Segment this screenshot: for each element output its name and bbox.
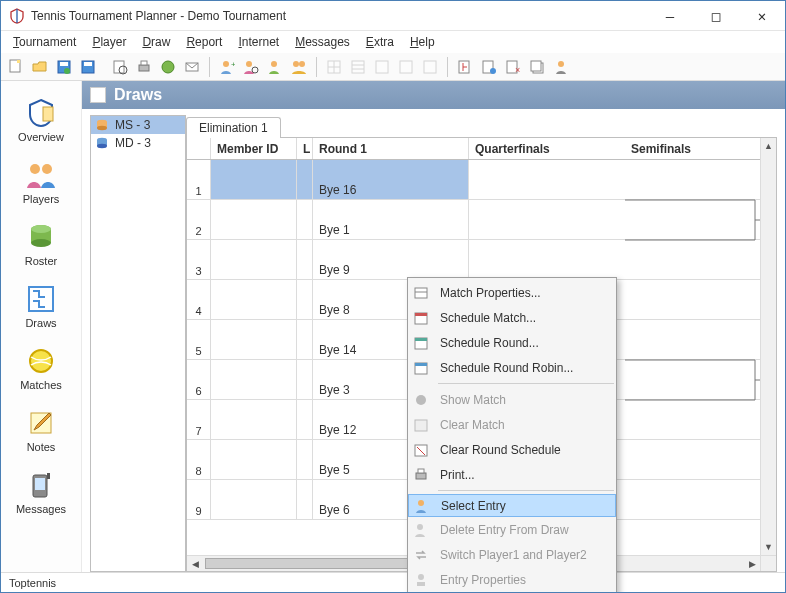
context-menu-item[interactable]: Schedule Match... xyxy=(408,305,616,330)
sidebar-item-players[interactable]: Players xyxy=(9,155,73,209)
tb-grid2-icon[interactable] xyxy=(347,56,369,78)
context-menu-item[interactable]: Schedule Round... xyxy=(408,330,616,355)
context-menu-item[interactable]: Schedule Round Robin... xyxy=(408,355,616,380)
menu-extra[interactable]: Extra xyxy=(360,33,400,51)
tb-draw-dup-icon[interactable] xyxy=(526,56,548,78)
menu-messages[interactable]: Messages xyxy=(289,33,356,51)
cell-round1[interactable]: Bye 9 xyxy=(313,240,469,279)
sidebar-item-overview[interactable]: Overview xyxy=(9,93,73,147)
scroll-left-icon[interactable]: ◀ xyxy=(187,556,203,571)
col-semifinals[interactable]: Semifinals xyxy=(625,138,760,159)
tb-draw-player-icon[interactable] xyxy=(550,56,572,78)
cell-member-id[interactable] xyxy=(211,160,297,199)
cell-l[interactable] xyxy=(297,200,313,239)
cell-semifinals[interactable] xyxy=(625,440,776,479)
cell-member-id[interactable] xyxy=(211,480,297,519)
tb-draw-new-icon[interactable] xyxy=(454,56,476,78)
scroll-right-icon[interactable]: ▶ xyxy=(744,556,760,571)
cell-quarterfinals[interactable] xyxy=(469,200,625,239)
vertical-scrollbar[interactable]: ▲ ▼ xyxy=(760,138,776,555)
tb-player-list-icon[interactable] xyxy=(288,56,310,78)
menu-tournament[interactable]: Tournament xyxy=(7,33,82,51)
tb-player-props-icon[interactable] xyxy=(264,56,286,78)
minimize-button[interactable]: – xyxy=(647,1,693,31)
sidebar-label: Draws xyxy=(25,317,56,329)
tb-send-icon[interactable] xyxy=(181,56,203,78)
sidebar-item-messages[interactable]: Messages xyxy=(9,465,73,519)
tb-backup-icon[interactable] xyxy=(77,56,99,78)
tb-grid4-icon[interactable] xyxy=(395,56,417,78)
col-quarterfinals[interactable]: Quarterfinals xyxy=(469,138,625,159)
cell-quarterfinals[interactable] xyxy=(469,240,625,279)
cell-l[interactable] xyxy=(297,360,313,399)
menu-player[interactable]: Player xyxy=(86,33,132,51)
cell-semifinals[interactable] xyxy=(625,480,776,519)
tb-save-icon[interactable] xyxy=(53,56,75,78)
cell-round1[interactable]: Bye 1 xyxy=(313,200,469,239)
svg-text:+: + xyxy=(231,60,235,69)
cell-l[interactable] xyxy=(297,240,313,279)
cell-member-id[interactable] xyxy=(211,200,297,239)
col-l[interactable]: L xyxy=(297,138,313,159)
menu-help[interactable]: Help xyxy=(404,33,441,51)
scroll-thumb[interactable] xyxy=(205,558,425,569)
menu-report[interactable]: Report xyxy=(180,33,228,51)
cell-member-id[interactable] xyxy=(211,280,297,319)
tb-player-find-icon[interactable] xyxy=(240,56,262,78)
sidebar-item-notes[interactable]: Notes xyxy=(9,403,73,457)
event-item[interactable]: MS - 3 xyxy=(91,116,185,134)
scroll-up-icon[interactable]: ▲ xyxy=(761,138,776,154)
context-menu-item[interactable]: Clear Round Schedule xyxy=(408,437,616,462)
menu-internet[interactable]: Internet xyxy=(232,33,285,51)
cell-semifinals[interactable] xyxy=(625,400,776,439)
tb-new-icon[interactable] xyxy=(5,56,27,78)
row-number: 1 xyxy=(187,160,211,199)
tb-grid5-icon[interactable] xyxy=(419,56,441,78)
cell-semifinals[interactable] xyxy=(625,160,776,199)
cell-semifinals[interactable] xyxy=(625,320,776,359)
cell-l[interactable] xyxy=(297,160,313,199)
cell-member-id[interactable] xyxy=(211,440,297,479)
close-button[interactable]: ✕ xyxy=(739,1,785,31)
maximize-button[interactable]: □ xyxy=(693,1,739,31)
tb-player-add-icon[interactable]: + xyxy=(216,56,238,78)
cell-semifinals[interactable] xyxy=(625,360,776,399)
cell-l[interactable] xyxy=(297,440,313,479)
cell-l[interactable] xyxy=(297,280,313,319)
cell-semifinals[interactable] xyxy=(625,280,776,319)
sidebar-item-roster[interactable]: Roster xyxy=(9,217,73,271)
table-row[interactable]: 3Bye 9 xyxy=(187,240,776,280)
context-menu-item[interactable]: Select Entry xyxy=(408,494,616,517)
tb-print-icon[interactable] xyxy=(133,56,155,78)
cell-member-id[interactable] xyxy=(211,320,297,359)
event-item[interactable]: MD - 3 xyxy=(91,134,185,152)
cell-l[interactable] xyxy=(297,320,313,359)
sidebar-item-draws[interactable]: Draws xyxy=(9,279,73,333)
cell-member-id[interactable] xyxy=(211,360,297,399)
cell-semifinals[interactable] xyxy=(625,200,776,239)
sidebar-item-matches[interactable]: Matches xyxy=(9,341,73,395)
cell-l[interactable] xyxy=(297,480,313,519)
cell-l[interactable] xyxy=(297,400,313,439)
scroll-down-icon[interactable]: ▼ xyxy=(761,539,776,555)
tab-elimination[interactable]: Elimination 1 xyxy=(186,117,281,138)
menu-draw[interactable]: Draw xyxy=(136,33,176,51)
tb-grid3-icon[interactable] xyxy=(371,56,393,78)
tb-draw-del-icon[interactable]: × xyxy=(502,56,524,78)
tb-grid1-icon[interactable] xyxy=(323,56,345,78)
tb-preview-icon[interactable] xyxy=(109,56,131,78)
table-row[interactable]: 1Bye 16 xyxy=(187,160,776,200)
cell-quarterfinals[interactable] xyxy=(469,160,625,199)
context-menu-item[interactable]: Print... xyxy=(408,462,616,487)
cell-member-id[interactable] xyxy=(211,240,297,279)
cell-round1[interactable]: Bye 16 xyxy=(313,160,469,199)
tb-open-icon[interactable] xyxy=(29,56,51,78)
cell-member-id[interactable] xyxy=(211,400,297,439)
col-member-id[interactable]: Member ID xyxy=(211,138,297,159)
context-menu-item[interactable]: Match Properties... xyxy=(408,280,616,305)
table-row[interactable]: 2Bye 1 xyxy=(187,200,776,240)
tb-draw-props-icon[interactable] xyxy=(478,56,500,78)
tb-publish-icon[interactable] xyxy=(157,56,179,78)
col-round1[interactable]: Round 1 xyxy=(313,138,469,159)
cell-semifinals[interactable] xyxy=(625,240,776,279)
